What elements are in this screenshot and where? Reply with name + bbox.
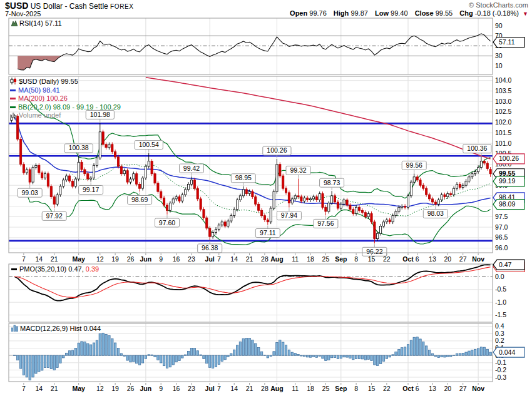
svg-text:16: 16 — [173, 255, 180, 263]
bb-legend-label: BB(20,2.0) 98.09 - 99.19 - 100.29 — [18, 103, 121, 111]
svg-text:100.36: 100.36 — [467, 145, 487, 152]
rsi-line — [18, 34, 490, 70]
svg-text:99.17: 99.17 — [83, 186, 99, 193]
svg-text:14: 14 — [35, 385, 43, 392]
ma200-legend-label: MA(200) 100.26 — [18, 94, 68, 102]
svg-text:16: 16 — [173, 385, 180, 392]
svg-text:100.26: 100.26 — [499, 155, 519, 162]
svg-text:98.09: 98.09 — [499, 200, 515, 208]
svg-text:May: May — [72, 385, 85, 392]
svg-text:-0.1: -0.1 — [495, 358, 506, 366]
svg-text:0.2: 0.2 — [495, 337, 504, 344]
ma50-legend-label: MA(50) 98.41 — [18, 86, 60, 94]
svg-text:20: 20 — [444, 255, 451, 263]
last-value-boxes: 57.11100.2699.5599.1998.4198.090.390.470… — [493, 37, 524, 357]
pmo-legend-label: PMO(35,20,10) 0.47, — [19, 265, 84, 273]
svg-text:0.3: 0.3 — [495, 330, 504, 337]
price-legend-label: $USD (Daily) 99.55 — [19, 78, 78, 85]
svg-text:27: 27 — [459, 255, 467, 263]
macd-hist-icon — [11, 325, 18, 333]
svg-text:-0.3: -0.3 — [495, 373, 506, 381]
svg-text:25: 25 — [322, 385, 330, 392]
svg-text:Oct: Oct — [402, 255, 414, 263]
svg-text:7: 7 — [217, 255, 221, 263]
svg-text:96.5: 96.5 — [495, 233, 508, 241]
svg-text:101.0: 101.0 — [495, 140, 511, 147]
rsi-area-icon — [11, 20, 18, 28]
svg-text:19: 19 — [111, 255, 119, 263]
svg-text:9: 9 — [159, 255, 163, 263]
bb-line-swatch-icon — [10, 106, 16, 108]
macd-legend-label: MACD(12,26,9) Hist 0.044 — [20, 325, 101, 332]
svg-text:7: 7 — [22, 255, 26, 263]
svg-text:103.0: 103.0 — [495, 98, 511, 105]
chart-plot-area[interactable]: 99.0397.92100.3899.17101.9898.69100.5497… — [0, 0, 532, 396]
svg-text:Aug: Aug — [270, 255, 283, 263]
svg-text:0.47: 0.47 — [499, 261, 512, 268]
svg-text:Sep: Sep — [335, 385, 347, 392]
svg-text:14: 14 — [230, 255, 238, 263]
svg-text:97.94: 97.94 — [281, 211, 297, 219]
svg-text:28: 28 — [261, 385, 269, 392]
svg-text:0.044: 0.044 — [499, 348, 515, 356]
svg-text:Oct: Oct — [402, 385, 414, 392]
svg-text:27: 27 — [459, 385, 467, 392]
price-legend-row-ma200: MA(200) 100.26 — [10, 94, 121, 103]
price-legend-row-volume: Volume undef — [10, 111, 121, 120]
svg-text:11: 11 — [292, 385, 299, 392]
volume-legend-label: Volume undef — [19, 111, 61, 119]
svg-text:20: 20 — [444, 385, 451, 392]
svg-text:100.54: 100.54 — [139, 141, 159, 148]
svg-text:Nov: Nov — [472, 255, 484, 263]
svg-text:May: May — [72, 255, 85, 263]
price-legend-row-ma50: MA(50) 98.41 — [10, 86, 121, 94]
svg-text:26: 26 — [127, 385, 135, 392]
svg-text:6: 6 — [416, 385, 419, 392]
svg-text:98.95: 98.95 — [235, 174, 252, 181]
svg-text:26: 26 — [127, 255, 135, 263]
svg-text:97.11: 97.11 — [260, 229, 276, 236]
ma200-line-swatch-icon — [10, 98, 16, 99]
rsi-legend: RSI(14) 57.11 — [11, 19, 62, 28]
svg-text:12: 12 — [96, 255, 104, 263]
svg-text:96.0: 96.0 — [495, 244, 508, 251]
price-legend-row-bb: BB(20,2.0) 98.09 - 99.19 - 100.29 — [10, 103, 121, 111]
svg-text:0.4: 0.4 — [495, 322, 504, 330]
svg-text:96.38: 96.38 — [202, 244, 218, 251]
svg-text:14: 14 — [230, 385, 238, 392]
svg-text:Nov: Nov — [472, 385, 484, 392]
svg-text:Jun: Jun — [140, 255, 152, 263]
svg-text:98.03: 98.03 — [427, 210, 444, 217]
svg-text:25: 25 — [322, 255, 330, 263]
svg-text:13: 13 — [429, 385, 436, 392]
svg-text:99.32: 99.32 — [290, 166, 306, 174]
svg-text:28: 28 — [261, 255, 269, 263]
pmo-signal-value: 0.39 — [86, 265, 99, 273]
svg-text:98.73: 98.73 — [324, 179, 340, 186]
price-legend: $USD (Daily) 99.55 MA(50) 98.41 MA(200) … — [10, 78, 121, 120]
macd-panel — [14, 333, 492, 380]
svg-text:13: 13 — [429, 255, 436, 263]
ma50-line-swatch-icon — [10, 89, 16, 91]
svg-text:23: 23 — [188, 255, 195, 263]
price-legend-row-symbol: $USD (Daily) 99.55 — [10, 78, 121, 86]
svg-text:12: 12 — [96, 385, 104, 392]
svg-text:97.60: 97.60 — [159, 219, 175, 226]
svg-text:57.11: 57.11 — [499, 38, 515, 46]
svg-text:98.69: 98.69 — [131, 196, 148, 203]
svg-text:96.22: 96.22 — [366, 248, 382, 255]
svg-text:102.5: 102.5 — [495, 108, 511, 115]
svg-text:22: 22 — [383, 385, 391, 392]
pmo-line-swatch-icon — [11, 268, 17, 270]
svg-text:21: 21 — [246, 255, 253, 263]
svg-text:99.42: 99.42 — [183, 165, 200, 172]
svg-text:21: 21 — [51, 255, 58, 263]
candlestick-icon — [10, 78, 17, 86]
svg-text:0.0: 0.0 — [495, 273, 504, 280]
svg-text:101.5: 101.5 — [495, 129, 511, 136]
ma200-line — [146, 78, 491, 159]
svg-text:97.56: 97.56 — [317, 220, 334, 227]
svg-text:6: 6 — [416, 255, 419, 263]
stockcharts-chart: $USD US Dollar - Cash Settle FOREX © Sto… — [0, 0, 532, 396]
svg-text:14: 14 — [35, 255, 43, 263]
